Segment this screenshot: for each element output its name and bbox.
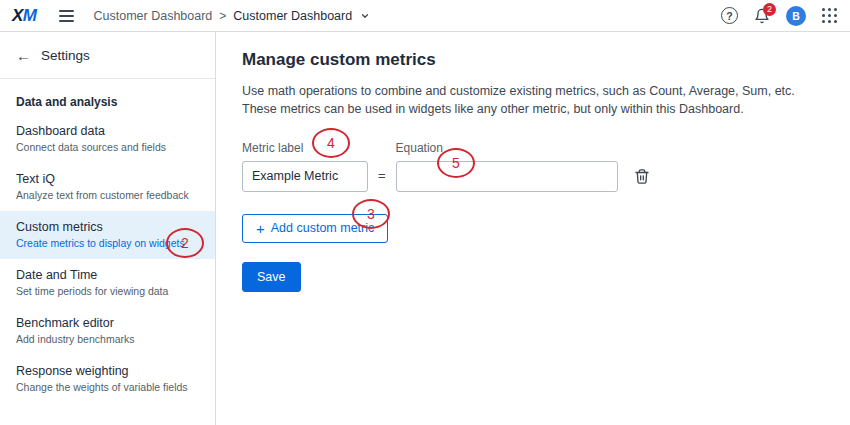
chevron-down-icon[interactable]	[360, 11, 370, 21]
sidebar-item-date-and-time[interactable]: Date and Time Set time periods for viewi…	[0, 259, 215, 307]
sidebar-item-desc: Analyze text from customer feedback	[16, 189, 199, 201]
add-custom-metric-button[interactable]: + Add custom metric	[242, 214, 388, 243]
sidebar-item-label: Dashboard data	[16, 124, 199, 138]
sidebar-item-desc: Set time periods for viewing data	[16, 285, 199, 297]
breadcrumb-separator: >	[219, 9, 226, 23]
equals-sign: =	[378, 168, 386, 183]
settings-back-label: Settings	[41, 48, 90, 63]
sidebar-item-desc: Create metrics to display on widgets	[16, 237, 199, 249]
avatar[interactable]: B	[786, 6, 806, 26]
main-content: Manage custom metrics Use math operation…	[216, 32, 850, 425]
add-custom-metric-label: Add custom metric	[271, 221, 375, 235]
sidebar-item-dashboard-data[interactable]: Dashboard data Connect data sources and …	[0, 115, 215, 163]
sidebar-section-title: Data and analysis	[0, 79, 215, 115]
metric-label-caption: Metric label	[242, 141, 368, 155]
breadcrumb-item-dashboard[interactable]: Customer Dashboard	[233, 9, 352, 23]
equation-caption: Equation	[396, 141, 618, 155]
notifications-bell-icon[interactable]: 2	[754, 8, 770, 24]
logo-m: M	[23, 6, 37, 25]
sidebar-item-label: Custom metrics	[16, 220, 199, 234]
menu-icon[interactable]	[55, 6, 78, 26]
equation-field: Equation	[396, 141, 618, 192]
save-button[interactable]: Save	[242, 262, 301, 292]
delete-metric-button[interactable]	[634, 168, 650, 185]
notification-badge: 2	[763, 3, 776, 16]
sidebar-item-label: Response weighting	[16, 364, 199, 378]
plus-icon: +	[256, 221, 265, 236]
custom-metric-row: Metric label = Equation	[242, 141, 824, 192]
sidebar-item-desc: Connect data sources and fields	[16, 141, 199, 153]
sidebar-item-label: Text iQ	[16, 172, 199, 186]
help-icon[interactable]: ?	[721, 7, 738, 24]
sidebar-item-text-iq[interactable]: Text iQ Analyze text from customer feedb…	[0, 163, 215, 211]
xm-logo[interactable]: XM	[12, 6, 37, 26]
sidebar-item-desc: Add industry benchmarks	[16, 333, 199, 345]
apps-grid-icon[interactable]	[822, 8, 838, 24]
breadcrumb-item-project[interactable]: Customer Dashboard	[94, 9, 213, 23]
settings-back[interactable]: ← Settings	[0, 32, 215, 79]
equation-input[interactable]	[396, 161, 618, 192]
page-title: Manage custom metrics	[242, 50, 824, 70]
page-description: Use math operations to combine and custo…	[242, 83, 820, 119]
sidebar-item-label: Date and Time	[16, 268, 199, 282]
app-window: XM Customer Dashboard > Customer Dashboa…	[0, 0, 850, 425]
topbar-actions: ? 2 B	[721, 6, 838, 26]
sidebar-item-benchmark-editor[interactable]: Benchmark editor Add industry benchmarks	[0, 307, 215, 355]
logo-x: X	[12, 6, 23, 25]
metric-label-input[interactable]	[242, 161, 368, 192]
sidebar-item-custom-metrics[interactable]: Custom metrics Create metrics to display…	[0, 211, 215, 259]
back-arrow-icon: ←	[16, 47, 31, 64]
sidebar-item-label: Benchmark editor	[16, 316, 199, 330]
settings-sidebar: ← Settings Data and analysis Dashboard d…	[0, 32, 216, 425]
sidebar-item-response-weighting[interactable]: Response weighting Change the weights of…	[0, 355, 215, 403]
breadcrumb: Customer Dashboard > Customer Dashboard	[94, 9, 371, 23]
sidebar-item-desc: Change the weights of variable fields	[16, 381, 199, 393]
topbar: XM Customer Dashboard > Customer Dashboa…	[0, 0, 850, 32]
metric-label-field: Metric label	[242, 141, 368, 192]
